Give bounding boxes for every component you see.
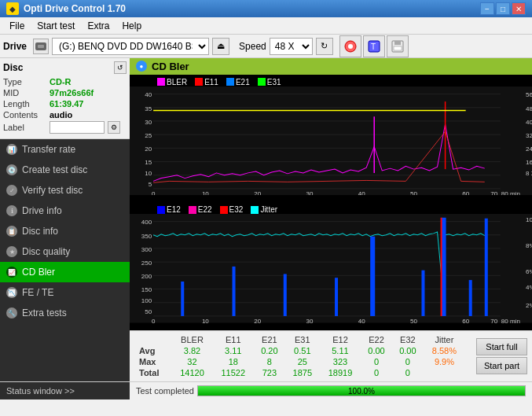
svg-text:350: 350 xyxy=(141,233,152,240)
drive-label: Drive xyxy=(3,41,27,52)
svg-text:10: 10 xyxy=(145,170,152,177)
nav-fe-te[interactable]: 📉 FE / TE xyxy=(0,282,130,303)
nav-cd-bler[interactable]: 📈 CD Bler xyxy=(0,262,130,282)
nav-drive-info[interactable]: ℹ Drive info xyxy=(0,201,130,221)
svg-text:200: 200 xyxy=(141,274,152,281)
drive-bar: Drive (G:) BENQ DVD DD DW1640 BSRB ⏏ Spe… xyxy=(0,35,532,58)
svg-text:50: 50 xyxy=(145,309,152,316)
legend-e31: E31 xyxy=(258,78,281,87)
nav-disc-quality[interactable]: ★ Disc quality xyxy=(0,241,130,262)
svg-text:0: 0 xyxy=(152,318,156,323)
fe-te-icon: 📉 xyxy=(6,287,17,298)
drive-icon xyxy=(33,39,49,54)
svg-text:10: 10 xyxy=(202,318,210,323)
legend-jitter: Jitter xyxy=(251,205,277,214)
svg-text:250: 250 xyxy=(141,260,152,267)
avg-jitter: 8.58% xyxy=(424,345,465,356)
app-title: Opti Drive Control 1.70 xyxy=(24,3,126,14)
disc-refresh-button[interactable]: ↺ xyxy=(114,61,127,74)
status-window-button[interactable]: Status window >> xyxy=(0,382,130,399)
avg-bler: 3.82 xyxy=(171,345,212,356)
svg-text:40: 40 xyxy=(358,190,366,196)
minimize-button[interactable]: − xyxy=(480,2,494,15)
disc-header-label: Disc xyxy=(3,62,23,73)
svg-text:20: 20 xyxy=(145,145,152,153)
max-jitter: 9.9% xyxy=(424,356,465,367)
svg-text:400: 400 xyxy=(141,219,152,226)
maximize-button[interactable]: □ xyxy=(496,2,510,15)
drive-select[interactable]: (G:) BENQ DVD DD DW1640 BSRB xyxy=(52,38,209,55)
avg-label: Avg xyxy=(136,345,171,356)
label-input[interactable] xyxy=(50,121,105,134)
nav-create-test-disc-label: Create test disc xyxy=(22,164,87,175)
svg-text:40: 40 xyxy=(145,91,152,98)
svg-text:4%: 4% xyxy=(526,284,532,291)
col-header-bler: BLER xyxy=(171,334,212,345)
svg-text:10: 10 xyxy=(202,190,210,196)
avg-e12: 5.11 xyxy=(320,345,361,356)
nav-transfer-rate[interactable]: 📊 Transfer rate xyxy=(0,139,130,160)
menu-start-test[interactable]: Start test xyxy=(31,19,81,33)
svg-text:80 min: 80 min xyxy=(501,190,520,196)
nav-disc-info-label: Disc info xyxy=(22,226,58,237)
svg-text:25: 25 xyxy=(145,132,152,139)
svg-text:40 X: 40 X xyxy=(526,119,532,126)
svg-rect-77 xyxy=(233,267,236,316)
eject-button[interactable]: ⏏ xyxy=(212,38,229,55)
svg-rect-79 xyxy=(335,278,338,317)
svg-text:0: 0 xyxy=(152,190,156,196)
start-part-button[interactable]: Start part xyxy=(476,357,527,374)
legend-e21: E21 xyxy=(226,78,250,87)
max-e11: 18 xyxy=(213,356,254,367)
col-header-e31: E31 xyxy=(285,334,320,345)
nav-verify-test-disc[interactable]: ✓ Verify test disc xyxy=(0,180,130,201)
legend-e12: E12 xyxy=(157,205,181,214)
label-button[interactable]: ⚙ xyxy=(108,121,120,134)
svg-text:80 min: 80 min xyxy=(501,318,520,323)
svg-text:16 X: 16 X xyxy=(526,159,532,166)
toolbar-icon-save[interactable] xyxy=(387,35,409,57)
max-e31: 25 xyxy=(285,356,320,367)
nav-create-test-disc[interactable]: 💿 Create test disc xyxy=(0,160,130,180)
menu-file[interactable]: File xyxy=(3,19,31,33)
svg-text:60: 60 xyxy=(462,190,470,196)
total-e12: 18919 xyxy=(320,367,361,378)
type-value: CD-R xyxy=(50,77,72,87)
speed-select[interactable]: 48 X xyxy=(270,38,313,55)
speed-label: Speed xyxy=(239,41,266,52)
legend-bler: BLER xyxy=(157,78,187,87)
nav-extra-tests[interactable]: 🔧 Extra tests xyxy=(0,303,130,323)
progress-label: 100.0% xyxy=(198,386,525,397)
verify-test-disc-icon: ✓ xyxy=(6,185,17,196)
status-window-sidebar: Status window >> xyxy=(0,382,130,399)
max-label: Max xyxy=(136,356,171,367)
type-label: Type xyxy=(3,77,46,87)
charts-container: BLER E11 E21 E31 xyxy=(130,75,532,330)
nav-disc-info[interactable]: 📋 Disc info xyxy=(0,221,130,241)
legend-e11: E11 xyxy=(195,78,218,87)
menu-help[interactable]: Help xyxy=(116,19,148,33)
table-row-avg: Avg 3.82 3.11 0.20 0.51 5.11 0.00 0.00 8… xyxy=(136,345,465,356)
svg-rect-1 xyxy=(38,45,44,48)
menu-extra[interactable]: Extra xyxy=(81,19,116,33)
mid-label: MID xyxy=(3,88,46,98)
chart-title-icon: ● xyxy=(136,61,147,72)
col-header-empty xyxy=(136,334,171,345)
svg-text:30: 30 xyxy=(306,318,314,323)
title-bar: ◆ Opti Drive Control 1.70 − □ ✕ xyxy=(0,0,532,17)
svg-text:48 X: 48 X xyxy=(526,105,532,112)
disc-info-icon: 📋 xyxy=(6,226,17,237)
nav-extra-tests-label: Extra tests xyxy=(22,307,67,318)
toolbar-icon-2[interactable]: T xyxy=(363,35,385,57)
close-button[interactable]: ✕ xyxy=(512,2,526,15)
drive-info-icon: ℹ xyxy=(6,205,17,216)
legend-e22: E22 xyxy=(189,205,212,214)
col-header-e21: E21 xyxy=(254,334,285,345)
svg-text:60: 60 xyxy=(462,318,470,323)
start-full-button[interactable]: Start full xyxy=(476,338,527,355)
refresh-button[interactable]: ↻ xyxy=(316,38,333,55)
svg-text:24 X: 24 X xyxy=(526,145,532,153)
toolbar-icon-1[interactable] xyxy=(339,35,361,57)
avg-e11: 3.11 xyxy=(213,345,254,356)
max-e21: 8 xyxy=(254,356,285,367)
